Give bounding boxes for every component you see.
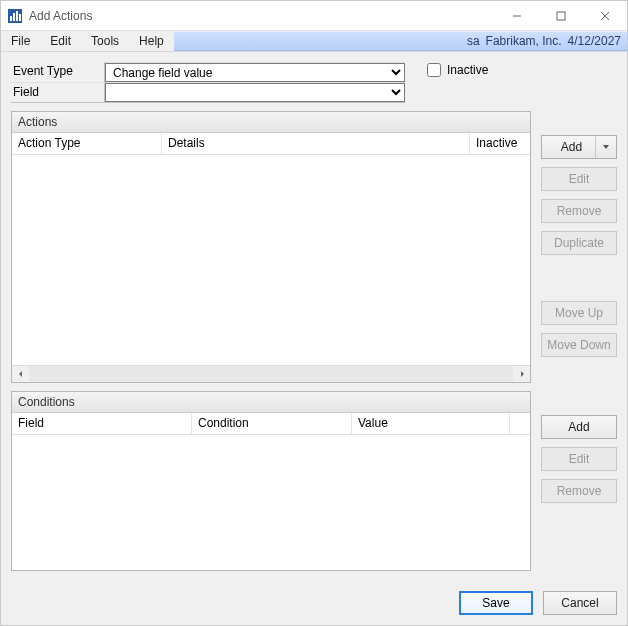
- titlebar: Add Actions: [1, 1, 627, 31]
- actions-move-up-button[interactable]: Move Up: [541, 301, 617, 325]
- window: Add Actions File Edit Tools Help sa Fabr…: [0, 0, 628, 626]
- svg-rect-1: [10, 16, 12, 21]
- svg-rect-3: [16, 11, 18, 21]
- svg-rect-2: [13, 13, 15, 21]
- actions-duplicate-button[interactable]: Duplicate: [541, 231, 617, 255]
- field-label: Field: [11, 82, 105, 102]
- conditions-col-spacer: [510, 413, 530, 434]
- actions-side-buttons: Add Edit Remove Duplicate Move Up Move D…: [541, 111, 617, 357]
- event-type-select[interactable]: Change field value: [105, 63, 405, 82]
- conditions-side-buttons: Add Edit Remove: [541, 391, 617, 503]
- actions-move-down-button[interactable]: Move Down: [541, 333, 617, 357]
- actions-panel: Actions Action Type Details Inactive: [11, 111, 531, 383]
- actions-col-inactive[interactable]: Inactive: [470, 133, 530, 154]
- event-type-label: Event Type: [11, 62, 105, 82]
- close-button[interactable]: [583, 1, 627, 30]
- app-icon: [7, 8, 23, 24]
- top-form: Event Type Change field value Field Inac…: [11, 62, 617, 103]
- cancel-button[interactable]: Cancel: [543, 591, 617, 615]
- actions-col-details[interactable]: Details: [162, 133, 470, 154]
- bottom-bar: Save Cancel: [1, 581, 627, 625]
- context-company: Fabrikam, Inc.: [486, 34, 562, 48]
- context-date: 4/12/2027: [568, 34, 621, 48]
- conditions-col-condition[interactable]: Condition: [192, 413, 352, 434]
- svg-rect-4: [19, 14, 21, 21]
- svg-rect-6: [557, 12, 565, 20]
- scroll-right-icon[interactable]: [513, 366, 530, 382]
- field-select[interactable]: [105, 83, 405, 102]
- conditions-panel-title: Conditions: [12, 392, 530, 413]
- scroll-track[interactable]: [29, 366, 513, 382]
- scroll-left-icon[interactable]: [12, 366, 29, 382]
- conditions-col-field[interactable]: Field: [12, 413, 192, 434]
- conditions-remove-button[interactable]: Remove: [541, 479, 617, 503]
- chevron-down-icon[interactable]: [595, 136, 610, 158]
- menu-help[interactable]: Help: [129, 31, 174, 51]
- actions-scrollbar[interactable]: [12, 365, 530, 382]
- menu-edit[interactable]: Edit: [40, 31, 81, 51]
- actions-grid-body[interactable]: [12, 155, 530, 365]
- conditions-panel: Conditions Field Condition Value: [11, 391, 531, 571]
- inactive-label: Inactive: [447, 63, 488, 77]
- context-user: sa: [467, 34, 480, 48]
- menu-file[interactable]: File: [1, 31, 40, 51]
- svg-marker-10: [521, 371, 524, 377]
- svg-marker-11: [603, 145, 609, 149]
- actions-col-type[interactable]: Action Type: [12, 133, 162, 154]
- conditions-add-button[interactable]: Add: [541, 415, 617, 439]
- conditions-edit-button[interactable]: Edit: [541, 447, 617, 471]
- svg-marker-9: [19, 371, 22, 377]
- inactive-checkbox[interactable]: [427, 63, 441, 77]
- actions-grid: Action Type Details Inactive: [12, 133, 530, 382]
- save-button[interactable]: Save: [459, 591, 533, 615]
- inactive-checkbox-wrap[interactable]: Inactive: [427, 62, 488, 77]
- actions-remove-button[interactable]: Remove: [541, 199, 617, 223]
- menubar: File Edit Tools Help sa Fabrikam, Inc. 4…: [1, 31, 627, 52]
- minimize-button[interactable]: [495, 1, 539, 30]
- conditions-grid: Field Condition Value: [12, 413, 530, 570]
- maximize-button[interactable]: [539, 1, 583, 30]
- actions-edit-button[interactable]: Edit: [541, 167, 617, 191]
- content: Event Type Change field value Field Inac…: [1, 52, 627, 581]
- conditions-col-value[interactable]: Value: [352, 413, 510, 434]
- menu-tools[interactable]: Tools: [81, 31, 129, 51]
- window-title: Add Actions: [29, 9, 92, 23]
- conditions-grid-body[interactable]: [12, 435, 530, 570]
- actions-panel-title: Actions: [12, 112, 530, 133]
- actions-add-button[interactable]: Add: [541, 135, 617, 159]
